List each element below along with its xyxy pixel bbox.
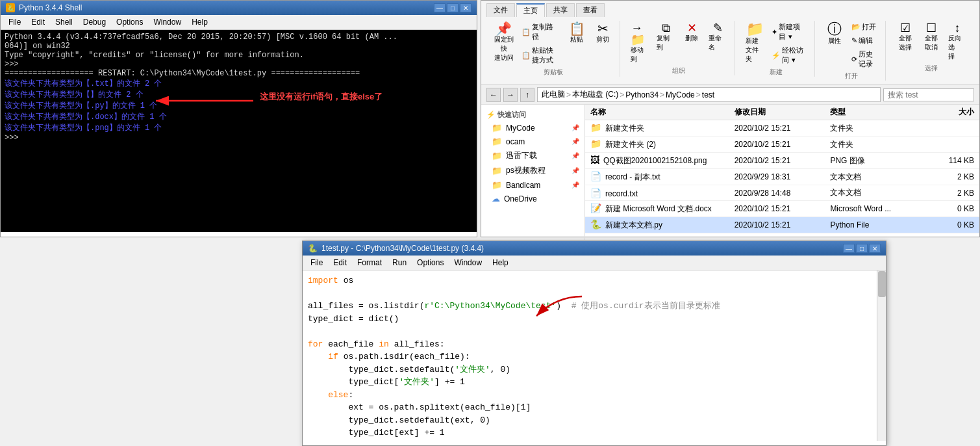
deselect-all-button[interactable]: ☐ 全部取消	[920, 21, 943, 53]
shell-line-11: >>>	[5, 133, 473, 142]
table-row[interactable]: 🖼QQ截图20201002152108.png 2020/10/2 15:21 …	[585, 153, 979, 169]
paste-button[interactable]: 📋 粘贴	[565, 21, 588, 46]
folder-icon-row: 📁	[590, 122, 601, 133]
cut-button[interactable]: ✂ 剪切	[591, 21, 614, 46]
editor-maximize-button[interactable]: □	[856, 244, 868, 253]
invert-select-button[interactable]: ↕ 反向选择	[946, 21, 969, 62]
pin-to-quick-button[interactable]: 📌 固定到快速访问	[492, 21, 516, 64]
close-button[interactable]: ✕	[460, 3, 471, 12]
sidebar-item-bandicam[interactable]: 📁 Bandicam 📌	[481, 178, 584, 192]
shell-line-1: Python 3.4.4 (v3.4.4:737efcadf5a6, Dec 2…	[5, 33, 473, 42]
ribbon-group-clipboard: 📌 固定到快速访问 📋 复制路径 📋 粘贴快捷方式	[486, 21, 620, 77]
tab-view[interactable]: 查看	[576, 3, 605, 17]
cloud-icon: ☁	[492, 194, 500, 203]
clipboard-buttons: 📌 固定到快速访问 📋 复制路径 📋 粘贴快捷方式	[492, 21, 614, 66]
sidebar-item-onedrive[interactable]: ☁ OneDrive	[481, 192, 584, 205]
code-line-2: all_files = os.listdir(r'C:\Python34\MyC…	[308, 300, 881, 313]
shell-line-3: Type "copyright", "credits" or "license(…	[5, 51, 473, 60]
menu-help[interactable]: Help	[186, 16, 213, 28]
editor-minimize-button[interactable]: —	[843, 244, 855, 253]
sidebar-item-download[interactable]: 📁 迅雷下载 📌	[481, 148, 584, 163]
select-all-button[interactable]: ☑ 全部选择	[894, 21, 917, 53]
table-row[interactable]: 📁新建文件夹 2020/10/2 15:21 文件夹	[585, 120, 979, 137]
shell-line-9: 该文件夹下共有类型为【.docx】的文件 1 个	[5, 111, 473, 122]
up-button[interactable]: ↑	[520, 88, 534, 102]
menu-file[interactable]: File	[3, 16, 26, 28]
delete-label: 删除	[685, 34, 698, 43]
move-to-button[interactable]: →📁 移动到	[628, 21, 651, 65]
menu-options[interactable]: Options	[111, 16, 148, 28]
editor-menu-window[interactable]: Window	[449, 257, 487, 269]
delete-button[interactable]: ✕ 删除	[680, 21, 703, 44]
breadcrumb-text: 此电脑	[542, 89, 565, 100]
editor-scrollbar[interactable]	[877, 270, 886, 441]
new-folder-button[interactable]: 📁 新建文件夹	[743, 21, 766, 65]
file-type: 文本文档	[830, 187, 926, 198]
editor-menu-file[interactable]: File	[305, 257, 328, 269]
editor-menu-help[interactable]: Help	[487, 257, 514, 269]
forward-button[interactable]: →	[503, 88, 518, 102]
folder-icon-ocam: 📁	[492, 137, 502, 146]
pin-label: 固定到快速访问	[494, 35, 514, 62]
minimize-button[interactable]: —	[434, 3, 446, 12]
copy-path-button[interactable]: 📋 复制路径	[519, 21, 562, 43]
table-row[interactable]: 📝新建 Microsoft Word 文档.docx 2020/10/2 15:…	[585, 201, 979, 217]
png-icon-row: 🖼	[590, 155, 599, 165]
table-row[interactable]: 📄record - 副本.txt 2020/9/29 18:31 文本文档 2 …	[585, 169, 979, 185]
idle-shell-title: Python 3.4.4 Shell	[19, 3, 82, 12]
file-date: 2020/10/2 15:21	[735, 156, 831, 165]
paste-label: 粘贴	[570, 35, 583, 44]
menu-window[interactable]: Window	[148, 16, 186, 28]
sidebar-item-mycode[interactable]: 📁 MyCode 📌	[481, 121, 584, 135]
tab-home[interactable]: 主页	[516, 3, 545, 17]
main-file-panel: 名称 修改日期 类型 大小 📁新建文件夹 2020/10/2 15:21 文件夹…	[585, 105, 979, 240]
table-row[interactable]: 📄record.txt 2020/9/28 14:48 文本文档 2 KB	[585, 185, 979, 201]
editor-close-button[interactable]: ✕	[869, 244, 881, 253]
py-icon-row: 🐍	[590, 219, 601, 230]
paste-shortcut-label: 粘贴快捷方式	[532, 46, 560, 65]
file-name: 🐍新建文本文档.py	[590, 219, 735, 231]
clipboard-group-label: 剪贴板	[544, 68, 563, 77]
editor-menu-run[interactable]: Run	[387, 257, 412, 269]
open-button[interactable]: 📂 打开	[849, 21, 880, 33]
edit-button[interactable]: ✎ 编辑	[849, 34, 880, 47]
new-item-button[interactable]: ✦ 新建项目 ▾	[769, 21, 809, 43]
new-item-label: 新建项目 ▾	[779, 22, 807, 42]
editor-menu-format[interactable]: Format	[352, 257, 387, 269]
invert-select-label: 反向选择	[948, 34, 966, 61]
tab-file[interactable]: 文件	[486, 3, 515, 17]
history-button[interactable]: ⟳ 历史记录	[849, 48, 880, 70]
file-name: 📝新建 Microsoft Word 文档.docx	[590, 203, 735, 215]
file-type: 文本文档	[830, 172, 926, 183]
editor-titlebar-buttons: — □ ✕	[843, 244, 881, 253]
file-name: 📄record.txt	[590, 188, 735, 198]
maximize-button[interactable]: □	[447, 3, 459, 12]
sidebar-item-ps[interactable]: 📁 ps视频教程 📌	[481, 163, 584, 178]
properties-button[interactable]: ⓘ 属性	[823, 21, 846, 47]
menu-debug[interactable]: Debug	[78, 16, 111, 28]
menu-edit[interactable]: Edit	[26, 16, 50, 28]
search-input[interactable]	[883, 88, 974, 101]
paste-shortcut-button[interactable]: 📋 粘贴快捷方式	[519, 44, 562, 66]
breadcrumb[interactable]: 此电脑 > 本地磁盘 (C:) > Python34 > MyCode > te…	[537, 87, 881, 102]
copy-to-button[interactable]: ⧉ 复制到	[654, 21, 677, 53]
code-line-9: ext = os.path.splitext(each_file)[1]	[308, 401, 881, 414]
editor-menu-edit[interactable]: Edit	[328, 257, 352, 269]
col-header-date: 修改日期	[735, 107, 831, 118]
sidebar-item-ocam[interactable]: 📁 ocam 📌	[481, 135, 584, 148]
scrollbar-thumb[interactable]	[878, 271, 886, 297]
menu-shell[interactable]: Shell	[50, 16, 78, 28]
table-row[interactable]: 🐍新建文本文档.py 2020/10/2 15:21 Python File 0…	[585, 217, 979, 233]
tab-share[interactable]: 共享	[546, 3, 575, 17]
code-content: import os all_files = os.listdir(r'C:\Py…	[303, 270, 886, 441]
organize-buttons: →📁 移动到 ⧉ 复制到 ✕ 删除 ✎ 重命名	[628, 21, 729, 65]
rename-button[interactable]: ✎ 重命名	[706, 21, 729, 53]
table-row[interactable]: 📁新建文件夹 (2) 2020/10/2 15:21 文件夹	[585, 137, 979, 153]
edit-label: 编辑	[859, 36, 873, 46]
editor-menu-options[interactable]: Options	[412, 257, 449, 269]
move-label: 移动到	[631, 46, 649, 64]
txt-icon-row: 📄	[590, 171, 601, 181]
shell-line-5: =================== RESTART: C:\Python34…	[5, 69, 473, 78]
easy-access-button[interactable]: ⚡ 经松访问 ▾	[769, 44, 809, 66]
back-button[interactable]: ←	[486, 88, 501, 102]
